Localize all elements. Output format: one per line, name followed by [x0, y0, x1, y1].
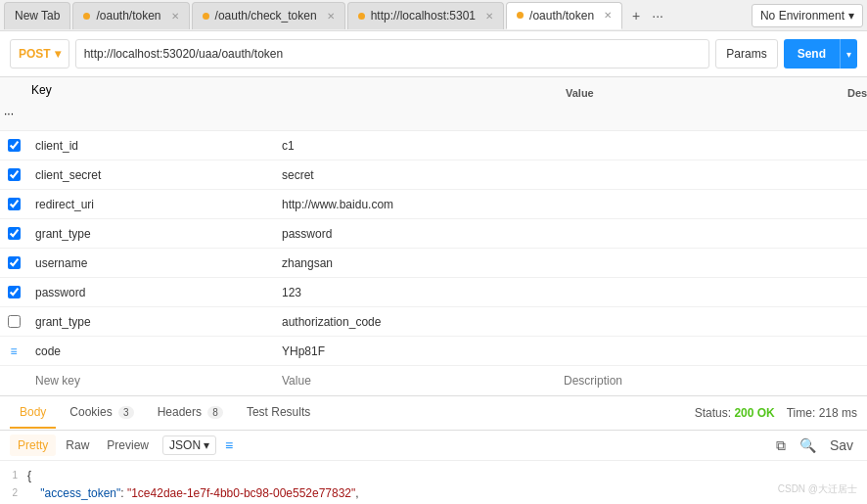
checkbox-4[interactable] — [0, 227, 27, 240]
send-arrow-button[interactable]: ▾ — [840, 39, 857, 69]
param-row-3 — [0, 190, 867, 219]
code-line-2: 2 "access_token": "1ce42dae-1e7f-4bb0-bc… — [0, 484, 867, 502]
send-button[interactable]: Send — [784, 39, 840, 69]
resp-tab-headers-label: Headers — [158, 405, 202, 419]
search-icon[interactable]: 🔍 — [796, 435, 820, 455]
tab-label-2: /oauth/check_token — [215, 9, 317, 23]
param-value-8[interactable] — [274, 341, 556, 362]
line-num-2: 2 — [0, 485, 27, 501]
tab-dot-1 — [83, 13, 90, 20]
line-num-1: 1 — [0, 468, 27, 483]
param-value-5[interactable] — [274, 252, 556, 274]
add-tab-icon[interactable]: + — [628, 6, 644, 25]
param-key-7[interactable] — [27, 311, 274, 333]
tab-label-1: /oauth/token — [96, 9, 160, 23]
param-value-placeholder[interactable] — [274, 370, 556, 391]
tab-label-4: /oauth/token — [529, 9, 594, 23]
tab-close-1[interactable]: ✕ — [171, 11, 179, 22]
param-key-8[interactable] — [27, 341, 274, 362]
more-tabs-icon[interactable]: ··· — [648, 6, 667, 25]
format-raw[interactable]: Raw — [58, 435, 97, 456]
checkbox-1[interactable] — [0, 139, 27, 152]
method-label: POST — [19, 47, 51, 61]
resp-toolbar-right: ⧉ 🔍 Sav — [772, 435, 857, 456]
tab-close-4[interactable]: ✕ — [604, 10, 612, 21]
tab-localhost[interactable]: http://localhost:5301 ✕ — [347, 2, 504, 29]
checkbox-6[interactable] — [0, 286, 27, 298]
copy-icon[interactable]: ⧉ — [772, 435, 790, 456]
param-key-1[interactable] — [27, 135, 274, 157]
param-desc-5[interactable] — [556, 252, 838, 274]
param-desc-7[interactable] — [556, 311, 838, 333]
checkbox-3[interactable] — [0, 198, 27, 210]
resp-tab-body[interactable]: Body — [10, 397, 56, 429]
tab-new[interactable]: New Tab — [4, 2, 70, 29]
param-key-placeholder[interactable] — [27, 370, 274, 391]
code-area: 1 { 2 "access_token": "1ce42dae-1e7f-4bb… — [0, 461, 867, 504]
tab-dot-4 — [517, 12, 524, 19]
resp-body-toolbar: Pretty Raw Preview JSON ▾ ≡ ⧉ 🔍 Sav — [0, 431, 867, 461]
param-desc-8[interactable] — [556, 341, 838, 362]
param-row-placeholder — [0, 366, 867, 395]
resp-tab-headers[interactable]: Headers 8 — [148, 397, 233, 429]
tab-close-2[interactable]: ✕ — [327, 11, 335, 22]
resp-tab-cookies-label: Cookies — [69, 405, 112, 419]
checkbox-5[interactable] — [0, 256, 27, 269]
send-btn-group: Send ▾ — [784, 39, 857, 69]
resp-headers-badge: 8 — [207, 406, 223, 419]
resp-tab-test-results[interactable]: Test Results — [237, 397, 320, 429]
resp-tab-test-label: Test Results — [247, 405, 310, 419]
param-row-8: ≡ — [0, 337, 867, 366]
param-desc-placeholder[interactable] — [556, 370, 838, 391]
param-row-4 — [0, 219, 867, 249]
save-icon[interactable]: Sav — [826, 435, 857, 455]
tab-close-3[interactable]: ✕ — [485, 11, 493, 22]
tab-oauth-token-active[interactable]: /oauth/token ✕ — [506, 2, 622, 29]
header-key: Key — [0, 83, 556, 103]
tab-oauth-token-1[interactable]: /oauth/token ✕ — [72, 2, 189, 29]
param-value-2[interactable] — [274, 164, 556, 186]
code-line-1: 1 { — [0, 467, 867, 484]
param-value-7[interactable] — [274, 311, 556, 333]
tab-actions: + ··· — [628, 6, 667, 25]
param-value-3[interactable] — [274, 194, 556, 215]
param-key-3[interactable] — [27, 194, 274, 215]
param-value-1[interactable] — [274, 135, 556, 157]
param-row-1 — [0, 131, 867, 160]
param-key-4[interactable] — [27, 223, 274, 245]
param-desc-1[interactable] — [556, 135, 838, 157]
format-preview[interactable]: Preview — [99, 435, 157, 456]
resp-tab-cookies[interactable]: Cookies 3 — [60, 397, 143, 429]
wrap-icon[interactable]: ≡ — [220, 435, 238, 456]
tab-bar: New Tab /oauth/token ✕ /oauth/check_toke… — [0, 0, 867, 31]
resp-cookies-badge: 3 — [118, 406, 134, 419]
request-bar: POST ▾ Params Send ▾ — [0, 31, 867, 77]
param-key-5[interactable] — [27, 252, 274, 274]
drag-handle-8[interactable]: ≡ — [0, 344, 27, 358]
tab-dot-2 — [203, 13, 209, 20]
param-desc-3[interactable] — [556, 194, 838, 215]
param-key-6[interactable] — [27, 282, 274, 303]
format-pretty[interactable]: Pretty — [10, 435, 56, 456]
checkbox-2[interactable] — [0, 168, 27, 181]
param-value-4[interactable] — [274, 223, 556, 245]
params-button[interactable]: Params — [715, 39, 777, 69]
params-header: Key Value Description ··· — [0, 77, 867, 131]
status-value: 200 OK — [734, 406, 774, 420]
status-label: Status: 200 OK — [695, 406, 775, 420]
param-desc-6[interactable] — [556, 282, 838, 303]
format-select-label: JSON — [169, 438, 201, 452]
param-key-2[interactable] — [27, 164, 274, 186]
tab-check-token[interactable]: /oauth/check_token ✕ — [192, 2, 345, 29]
url-input[interactable] — [75, 39, 710, 69]
param-value-6[interactable] — [274, 282, 556, 303]
env-selector[interactable]: No Environment ▾ — [752, 4, 863, 27]
method-select[interactable]: POST ▾ — [10, 39, 69, 69]
resp-tab-body-label: Body — [20, 405, 46, 419]
param-desc-2[interactable] — [556, 164, 838, 186]
param-desc-4[interactable] — [556, 223, 838, 245]
format-select[interactable]: JSON ▾ — [162, 435, 216, 455]
env-selector-arrow: ▾ — [848, 9, 854, 23]
param-row-5 — [0, 249, 867, 278]
checkbox-7[interactable] — [0, 315, 27, 328]
